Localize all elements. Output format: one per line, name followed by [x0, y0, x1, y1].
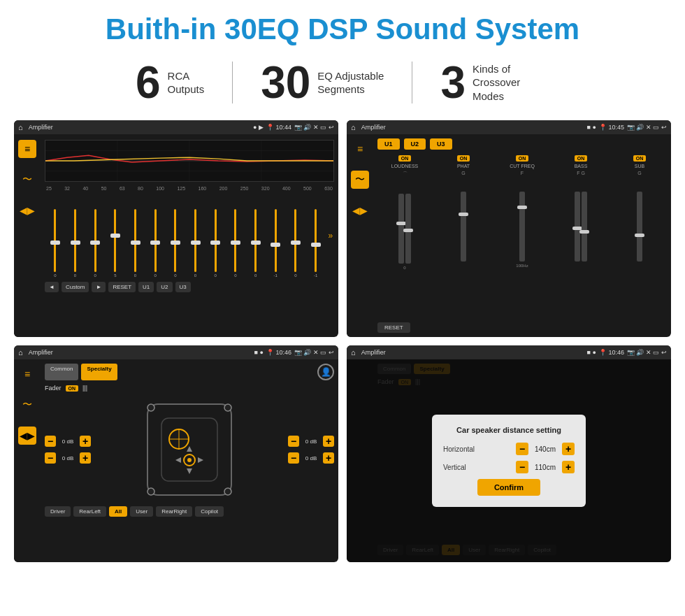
- preset-row: U1 U2 U3: [377, 138, 667, 150]
- loudness-val: 0: [403, 266, 405, 270]
- slider-l2[interactable]: [405, 194, 411, 264]
- cutfreq-label: CUT FREQ: [510, 164, 535, 169]
- eq-prev-btn[interactable]: ◄: [45, 282, 59, 292]
- eq-graph: [45, 140, 334, 182]
- vertical-plus-btn[interactable]: +: [562, 461, 575, 473]
- minus-btn-tl[interactable]: −: [45, 436, 56, 447]
- slider-b2[interactable]: [582, 192, 587, 262]
- vertical-minus-btn[interactable]: −: [516, 461, 528, 473]
- tab-common[interactable]: Common: [45, 364, 78, 380]
- svg-marker-16: [198, 457, 203, 463]
- svg-point-19: [147, 488, 154, 495]
- eq-u3-btn[interactable]: U3: [175, 282, 191, 292]
- profile-icon[interactable]: 👤: [317, 364, 334, 380]
- sidebar-vol-icon-2[interactable]: ◀▶: [351, 201, 369, 220]
- dialog-horizontal-row: Horizontal − 140cm +: [443, 443, 575, 455]
- plus-btn-tr[interactable]: +: [323, 436, 334, 447]
- slider-b1[interactable]: [575, 192, 580, 262]
- btn-rearright[interactable]: RearRight: [156, 506, 192, 517]
- btn-user[interactable]: User: [130, 506, 153, 517]
- sidebar-eq-icon-3[interactable]: ≡: [18, 365, 36, 383]
- eq-preset-custom[interactable]: Custom: [62, 282, 89, 292]
- eq-slider-10[interactable]: 0: [247, 209, 265, 278]
- amp-reset-btn[interactable]: RESET: [377, 322, 410, 333]
- eq-slider-4[interactable]: 0: [127, 209, 145, 278]
- sidebar-wave-icon-3[interactable]: 〜: [18, 396, 36, 414]
- eq-slider-2[interactable]: 0: [86, 209, 104, 278]
- fader-sliders-indicator: |||: [82, 385, 87, 392]
- eq-slider-1[interactable]: 0: [66, 209, 85, 278]
- eq-slider-6[interactable]: 0: [166, 209, 185, 278]
- eq-reset-btn[interactable]: RESET: [108, 282, 136, 292]
- screen4-content: Common Specialty Fader ON ||| Driver Rea…: [347, 359, 671, 562]
- fader-on-badge: ON: [66, 385, 79, 392]
- minus-btn-bl[interactable]: −: [45, 452, 56, 464]
- tab-specialty[interactable]: Specialty: [81, 364, 117, 380]
- phat-on: ON: [457, 155, 470, 162]
- status-dots-3: ■ ●: [254, 349, 264, 356]
- sidebar-2: ≡ 〜 ◀▶: [347, 134, 373, 337]
- slider-p1[interactable]: [461, 192, 466, 262]
- sidebar-wave-icon[interactable]: 〜: [18, 171, 36, 189]
- sidebar-wave-icon-2[interactable]: 〜: [351, 171, 369, 189]
- btn-all[interactable]: All: [109, 506, 127, 517]
- car-diagram: [96, 397, 282, 502]
- amp-channels-row: ON LOUDNESS ⌒ 0: [377, 155, 667, 315]
- screen-amp: ⌂ Amplifier ■ ● 📍 10:45 📷 🔊 ✕ ▭ ↩ ≡ 〜 ◀▶…: [347, 120, 671, 337]
- reset-row: RESET: [377, 320, 667, 333]
- btn-driver[interactable]: Driver: [45, 506, 71, 517]
- plus-btn-br[interactable]: +: [323, 452, 334, 464]
- sidebar-eq-icon[interactable]: ≡: [18, 140, 36, 158]
- eq-slider-11[interactable]: -1: [266, 209, 284, 278]
- db-value-br: 0 dB: [301, 455, 321, 461]
- speaker-bottom-btns: Driver RearLeft All User RearRight Copil…: [45, 506, 334, 517]
- screen-eq: ⌂ Amplifier ● ▶ 📍 10:44 📷 🔊 ✕ ▭ ↩ ≡ 〜 ◀▶: [14, 120, 338, 337]
- slider-s1[interactable]: [637, 192, 642, 262]
- slider-cf1[interactable]: [519, 192, 525, 262]
- stat-rca-label: RCAOutputs: [168, 69, 205, 96]
- eq-slider-12[interactable]: 0: [287, 209, 305, 278]
- sidebar-vol-icon[interactable]: ◀▶: [18, 201, 36, 220]
- eq-slider-13[interactable]: -1: [307, 209, 325, 278]
- dialog-vertical-label: Vertical: [443, 464, 466, 471]
- sidebar-vol-icon-3[interactable]: ◀▶: [18, 427, 36, 445]
- cutfreq-sliders: [519, 178, 525, 262]
- time-3: 📍 10:46: [266, 349, 291, 356]
- preset-u1[interactable]: U1: [377, 138, 400, 150]
- plus-btn-tl[interactable]: +: [80, 436, 91, 447]
- confirm-button[interactable]: Confirm: [477, 479, 540, 496]
- eq-u2-btn[interactable]: U2: [157, 282, 172, 292]
- eq-slider-5[interactable]: 0: [146, 209, 164, 278]
- eq-slider-3[interactable]: 5: [106, 209, 124, 278]
- ch-sub: ON SUB G: [612, 155, 667, 315]
- expand-icon[interactable]: »: [328, 231, 333, 241]
- home-icon-4: ⌂: [351, 348, 356, 357]
- btn-copilot[interactable]: Copilot: [195, 506, 224, 517]
- eq-slider-7[interactable]: 0: [187, 209, 205, 278]
- status-icons-1: 📷 🔊 ✕ ▭ ↩: [294, 124, 334, 131]
- btn-rearleft[interactable]: RearLeft: [73, 506, 106, 517]
- eq-slider-8[interactable]: 0: [206, 209, 224, 278]
- db-control-bl: − 0 dB +: [45, 452, 91, 464]
- plus-btn-bl[interactable]: +: [80, 452, 91, 464]
- speaker-tabs: Common Specialty 👤: [45, 364, 334, 380]
- minus-btn-tr[interactable]: −: [288, 436, 299, 447]
- dialog-vertical-control: − 110cm +: [516, 461, 575, 473]
- preset-u3[interactable]: U3: [430, 138, 452, 150]
- preset-u2[interactable]: U2: [404, 138, 426, 150]
- eq-play-btn[interactable]: ►: [92, 282, 106, 292]
- sub-on: ON: [633, 155, 647, 162]
- screen1-content: ≡ 〜 ◀▶: [14, 134, 338, 337]
- status-dots-4: ■ ●: [587, 349, 596, 356]
- sidebar-eq-icon-2[interactable]: ≡: [351, 140, 369, 158]
- horizontal-minus-btn[interactable]: −: [516, 443, 528, 455]
- eq-slider-9[interactable]: 0: [226, 209, 245, 278]
- home-icon-3: ⌂: [18, 348, 23, 357]
- time-4: 📍 10:46: [599, 349, 624, 356]
- bass-on: ON: [575, 155, 588, 162]
- minus-btn-br[interactable]: −: [288, 452, 299, 464]
- vertical-value: 110cm: [531, 464, 559, 471]
- eq-u1-btn[interactable]: U1: [138, 282, 154, 292]
- eq-slider-0[interactable]: 0: [46, 209, 64, 278]
- horizontal-plus-btn[interactable]: +: [562, 443, 575, 455]
